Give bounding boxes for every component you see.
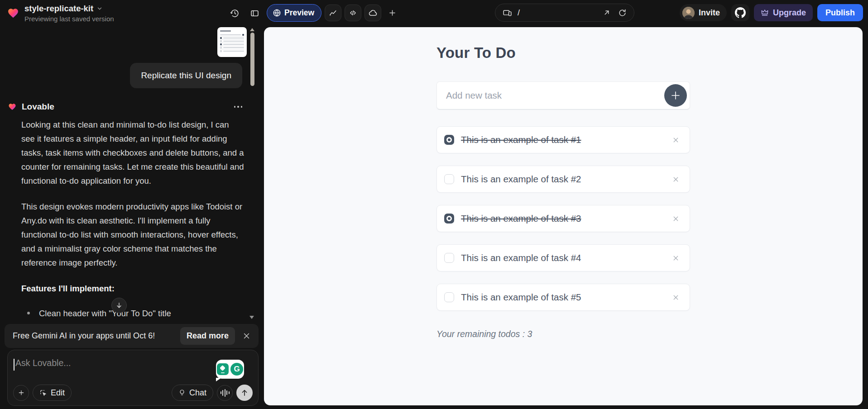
close-icon bbox=[672, 254, 680, 262]
upgrade-button-label: Upgrade bbox=[773, 8, 806, 18]
checkbox-unchecked[interactable] bbox=[444, 292, 454, 302]
external-link-icon bbox=[603, 9, 611, 17]
project-brand[interactable]: style-replicate-kit Previewing last save… bbox=[7, 4, 114, 23]
scroll-to-bottom-button[interactable] bbox=[111, 298, 127, 313]
delete-task-button[interactable] bbox=[670, 213, 681, 224]
arrow-up-icon bbox=[240, 389, 249, 397]
plus-icon bbox=[18, 389, 25, 396]
close-icon bbox=[672, 294, 680, 301]
delete-task-button[interactable] bbox=[670, 252, 681, 264]
waveform-icon bbox=[221, 389, 230, 397]
task-list: This is an example of task #1 This is an… bbox=[436, 126, 690, 311]
chat-attachment-thumbnail[interactable] bbox=[217, 27, 247, 57]
delete-task-button[interactable] bbox=[670, 174, 681, 185]
scrollbar-up-arrow[interactable] bbox=[250, 28, 254, 31]
assistant-name: Lovable bbox=[22, 102, 54, 112]
code-button[interactable] bbox=[345, 5, 361, 21]
promo-banner: Free Gemini AI in your apps until Oct 6!… bbox=[5, 324, 259, 348]
add-task-input[interactable] bbox=[437, 90, 664, 101]
add-task-button[interactable] bbox=[664, 84, 687, 107]
ask-lovable-input[interactable] bbox=[15, 358, 165, 368]
plus-icon bbox=[670, 90, 681, 101]
attach-button[interactable] bbox=[13, 385, 29, 401]
chat-composer: G Edit Chat bbox=[7, 350, 259, 406]
history-icon bbox=[230, 9, 240, 18]
task-row: This is an example of task #3 bbox=[436, 205, 690, 232]
delete-task-button[interactable] bbox=[670, 292, 681, 303]
chevron-down-icon bbox=[96, 5, 103, 12]
checkbox-unchecked[interactable] bbox=[444, 174, 454, 184]
refresh-icon bbox=[618, 9, 627, 17]
panel-icon bbox=[250, 9, 259, 18]
select-cursor-icon bbox=[39, 389, 47, 397]
edit-button-label: Edit bbox=[51, 388, 65, 398]
read-more-button[interactable]: Read more bbox=[180, 327, 235, 345]
publish-button-label: Publish bbox=[825, 8, 855, 18]
voice-input-button[interactable] bbox=[217, 385, 233, 401]
github-button[interactable] bbox=[731, 4, 749, 21]
chat-sidebar: Replicate this UI design Lovable Looking… bbox=[0, 26, 264, 409]
app-title: Your To Do bbox=[436, 44, 690, 62]
close-icon bbox=[672, 176, 680, 183]
line-chart-icon bbox=[329, 9, 337, 17]
grammarly-logo-icon: G bbox=[230, 363, 243, 376]
grammarly-widget[interactable]: G bbox=[216, 360, 244, 379]
message-menu-button[interactable] bbox=[233, 103, 244, 110]
checkbox-checked[interactable] bbox=[444, 135, 454, 145]
banner-close-button[interactable] bbox=[241, 330, 252, 342]
chat-scrollbar[interactable] bbox=[250, 33, 254, 86]
panel-toggle-button[interactable] bbox=[246, 5, 263, 21]
text-caret bbox=[14, 359, 14, 371]
open-in-new-tab-button[interactable] bbox=[603, 9, 611, 17]
url-path[interactable]: / bbox=[518, 8, 520, 18]
close-icon bbox=[672, 136, 680, 144]
url-bar[interactable]: / bbox=[495, 4, 634, 22]
preview-button-label: Preview bbox=[284, 8, 314, 18]
arrow-down-icon bbox=[115, 302, 123, 309]
preview-button[interactable]: Preview bbox=[267, 4, 321, 22]
top-bar: style-replicate-kit Previewing last save… bbox=[0, 0, 868, 26]
devices-icon bbox=[503, 8, 512, 18]
app-preview-panel: Your To Do This is an example of task #1… bbox=[264, 27, 863, 405]
task-row: This is an example of task #2 bbox=[436, 166, 690, 193]
feature-bullet-text: Clean header with "Your To Do" title bbox=[39, 306, 171, 320]
history-button[interactable] bbox=[226, 5, 243, 21]
assistant-message: Looking at this clean and minimal to-do … bbox=[21, 118, 244, 320]
add-task-card bbox=[436, 81, 690, 109]
invite-button[interactable]: Invite bbox=[680, 4, 727, 21]
github-icon bbox=[735, 7, 746, 18]
remaining-todos-text: Your remaining todos : 3 bbox=[436, 329, 690, 339]
scrollbar-down-arrow[interactable] bbox=[249, 316, 254, 319]
upgrade-button[interactable]: Upgrade bbox=[754, 4, 813, 21]
avatar bbox=[682, 7, 695, 19]
analytics-button[interactable] bbox=[325, 5, 341, 21]
crown-icon bbox=[761, 9, 769, 17]
assistant-paragraph: This design evokes modern productivity a… bbox=[21, 200, 244, 270]
lightbulb-icon bbox=[178, 389, 186, 396]
cloud-button[interactable] bbox=[364, 5, 381, 21]
task-row: This is an example of task #5 bbox=[436, 284, 690, 311]
checkbox-checked[interactable] bbox=[444, 214, 454, 224]
grammarly-suggestion-icon bbox=[217, 363, 229, 375]
cloud-icon bbox=[369, 9, 378, 18]
publish-button[interactable]: Publish bbox=[817, 4, 863, 21]
task-label: This is an example of task #4 bbox=[461, 252, 581, 263]
project-name: style-replicate-kit bbox=[24, 4, 93, 14]
bullet-icon bbox=[27, 312, 30, 314]
lovable-logo-icon bbox=[7, 7, 19, 19]
project-status: Previewing last saved version bbox=[24, 15, 114, 23]
thumbnail-title-line bbox=[220, 30, 231, 32]
chat-mode-button[interactable]: Chat bbox=[172, 385, 213, 401]
task-label: This is an example of task #1 bbox=[461, 134, 581, 145]
task-row: This is an example of task #4 bbox=[436, 244, 690, 271]
checkbox-unchecked[interactable] bbox=[444, 253, 454, 263]
assistant-paragraph: Looking at this clean and minimal to-do … bbox=[21, 118, 244, 188]
send-button[interactable] bbox=[236, 385, 253, 401]
refresh-button[interactable] bbox=[618, 9, 627, 17]
edit-mode-button[interactable]: Edit bbox=[33, 385, 72, 401]
add-tab-button[interactable] bbox=[384, 5, 400, 21]
delete-task-button[interactable] bbox=[670, 134, 681, 146]
task-label: This is an example of task #2 bbox=[461, 174, 581, 185]
user-message-bubble: Replicate this UI design bbox=[130, 63, 242, 88]
task-row: This is an example of task #1 bbox=[436, 126, 690, 153]
